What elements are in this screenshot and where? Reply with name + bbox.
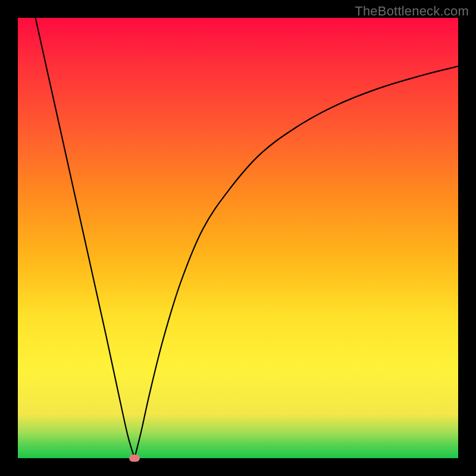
watermark-text: TheBottleneck.com	[355, 4, 469, 19]
curve-layer	[18, 18, 458, 458]
chart-frame: TheBottleneck.com	[0, 0, 476, 476]
plot-area	[18, 18, 458, 458]
curve-right-branch	[134, 66, 458, 458]
minimum-marker	[129, 455, 140, 462]
curve-left-branch	[36, 18, 135, 458]
